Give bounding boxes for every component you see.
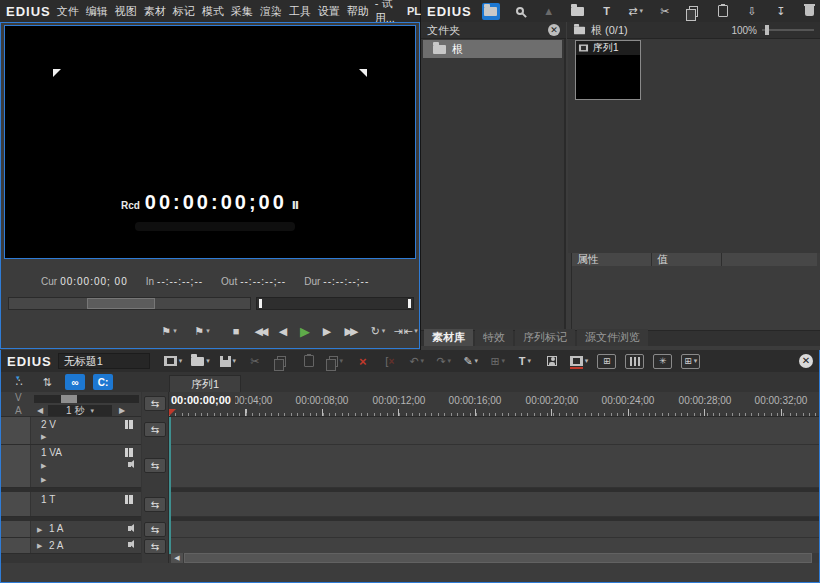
- menu-capture[interactable]: 采集: [231, 4, 253, 19]
- expand-icon[interactable]: ▶: [37, 526, 42, 534]
- menu-file[interactable]: 文件: [57, 4, 79, 19]
- playhead-line[interactable]: [169, 417, 171, 554]
- position-end-marker[interactable]: [408, 299, 411, 308]
- track-height-button[interactable]: ⇅: [37, 374, 57, 390]
- shuttle-slider[interactable]: [8, 297, 251, 310]
- swap-button-2a[interactable]: ⇆: [144, 539, 166, 554]
- toggle-mixer-button[interactable]: [625, 354, 644, 369]
- sequence-name-field[interactable]: 无标题1: [58, 353, 150, 369]
- track-lane-1a[interactable]: [169, 521, 819, 538]
- speaker-icon[interactable]: [128, 462, 131, 467]
- timeline-cut-button[interactable]: ✂: [246, 353, 264, 370]
- expand-icon[interactable]: ▶: [37, 542, 42, 550]
- track-header-1va[interactable]: 1 VA ▶ ▶: [1, 445, 141, 488]
- root-folder-item[interactable]: 根: [423, 40, 562, 58]
- set-marker-button[interactable]: ⚑▾: [156, 321, 182, 341]
- track-lane-2v[interactable]: [169, 417, 819, 445]
- value-column-header[interactable]: 值: [652, 253, 722, 266]
- toggle-palette-button[interactable]: ✳: [653, 354, 672, 369]
- timeline-close-button[interactable]: ✕: [799, 354, 813, 368]
- save-project-button[interactable]: ▾: [219, 353, 237, 370]
- expand-icon[interactable]: ▶: [41, 433, 46, 441]
- scale-left-button[interactable]: ◀: [34, 405, 46, 416]
- add-title-button[interactable]: T: [598, 3, 616, 20]
- copy-button[interactable]: [685, 3, 703, 20]
- toggle-browser-button[interactable]: ⊞▾: [681, 354, 700, 369]
- delete-button[interactable]: [801, 3, 819, 20]
- open-project-button[interactable]: ▾: [191, 353, 210, 370]
- play-button[interactable]: ▶: [295, 321, 315, 341]
- video-scale-slider[interactable]: [34, 395, 139, 403]
- hscroll-left-button[interactable]: ◀: [171, 553, 183, 563]
- timeline-duplicate-button[interactable]: ▾: [327, 353, 345, 370]
- timeline-hscrollbar[interactable]: ◀: [169, 553, 819, 563]
- track-lane-1va[interactable]: [169, 445, 819, 488]
- prev-frame-button[interactable]: ◀: [275, 321, 291, 341]
- track-header-1t[interactable]: 1 T: [1, 492, 141, 517]
- menu-clip[interactable]: 素材: [144, 4, 166, 19]
- position-slider[interactable]: [256, 297, 414, 310]
- sequence-clip-card[interactable]: 序列1: [575, 40, 641, 100]
- paste-button[interactable]: [714, 3, 732, 20]
- tab-effects[interactable]: 特效: [475, 329, 513, 346]
- swap-button-1t[interactable]: ⇆: [144, 497, 166, 512]
- swap-button-2v[interactable]: ⇆: [144, 422, 166, 437]
- voice-over-button[interactable]: [543, 353, 561, 370]
- timeline-copy-button[interactable]: [273, 353, 291, 370]
- create-title-button[interactable]: T▾: [516, 353, 534, 370]
- menu-settings[interactable]: 设置: [318, 4, 340, 19]
- swap-button-1va[interactable]: ⇆: [144, 458, 166, 473]
- position-start-marker[interactable]: [259, 299, 262, 308]
- track-lane-2a[interactable]: [169, 538, 819, 554]
- ripple-delete-button[interactable]: [×: [381, 353, 399, 370]
- playhead-flag-icon[interactable]: [169, 409, 176, 417]
- expand-icon[interactable]: ▶: [41, 476, 46, 484]
- swap-button-1a[interactable]: ⇆: [144, 522, 166, 537]
- send-to-timeline-button[interactable]: ⇩: [743, 3, 761, 20]
- expand-icon[interactable]: ▶: [41, 462, 46, 470]
- thumbnail-zoom-slider[interactable]: [762, 25, 814, 35]
- stop-button[interactable]: ■: [227, 321, 245, 341]
- new-sequence-button[interactable]: ▾: [164, 353, 183, 370]
- cut-button[interactable]: ✂: [656, 3, 674, 20]
- layouter-button[interactable]: ⊞▾: [489, 353, 507, 370]
- track-header-2a[interactable]: ▶ 2 A: [1, 538, 141, 554]
- transport-more-button[interactable]: ▾: [411, 321, 419, 341]
- tab-sequence-markers[interactable]: 序列标记: [515, 329, 575, 346]
- menu-mode[interactable]: 模式: [202, 4, 224, 19]
- hscroll-thumb[interactable]: [184, 553, 812, 563]
- menu-help[interactable]: 帮助: [347, 4, 369, 19]
- timeline-delete-button[interactable]: ×: [354, 353, 372, 370]
- render-button[interactable]: ▾: [570, 353, 589, 370]
- toggle-bin-button[interactable]: ⊞: [597, 354, 616, 369]
- undo-button[interactable]: ↶▾: [408, 353, 426, 370]
- timeline-fit-button[interactable]: ▾∴: [9, 374, 29, 390]
- track-header-2v[interactable]: 2 V ▶: [1, 417, 141, 445]
- menu-marker[interactable]: 标记: [173, 4, 195, 19]
- add-to-timeline-button[interactable]: ↧: [772, 3, 790, 20]
- menu-render[interactable]: 渲染: [260, 4, 282, 19]
- shuttle-thumb[interactable]: [87, 298, 155, 309]
- menu-view[interactable]: 视图: [115, 4, 137, 19]
- tab-library[interactable]: 素材库: [424, 329, 473, 346]
- speaker-icon[interactable]: [128, 526, 131, 531]
- open-folder-button[interactable]: [569, 3, 587, 20]
- swap-button-master[interactable]: ⇆: [144, 396, 166, 411]
- add-transition-button[interactable]: ✎▾: [462, 353, 480, 370]
- video-scale-thumb[interactable]: [61, 395, 77, 403]
- up-folder-button[interactable]: ▲: [540, 3, 558, 20]
- marker-list-button[interactable]: ⚑▾: [189, 321, 215, 341]
- new-folder-button[interactable]: [482, 3, 500, 20]
- replace-clip-button[interactable]: ⇄▾: [627, 3, 645, 20]
- sync-mode-button[interactable]: ∞: [65, 374, 85, 390]
- tab-source-browser[interactable]: 源文件浏览: [577, 329, 648, 346]
- scale-right-button[interactable]: ▶: [116, 405, 128, 416]
- timescale-dropdown[interactable]: 1 秒 ▾: [48, 405, 112, 416]
- track-lane-1t[interactable]: [169, 492, 819, 517]
- search-button[interactable]: [511, 3, 529, 20]
- next-frame-button[interactable]: ▶: [319, 321, 335, 341]
- folders-panel-close-button[interactable]: ✕: [548, 24, 560, 36]
- timeline-paste-button[interactable]: [300, 353, 318, 370]
- zoom-slider-thumb[interactable]: [765, 25, 769, 35]
- track-header-1a[interactable]: ▶ 1 A: [1, 521, 141, 538]
